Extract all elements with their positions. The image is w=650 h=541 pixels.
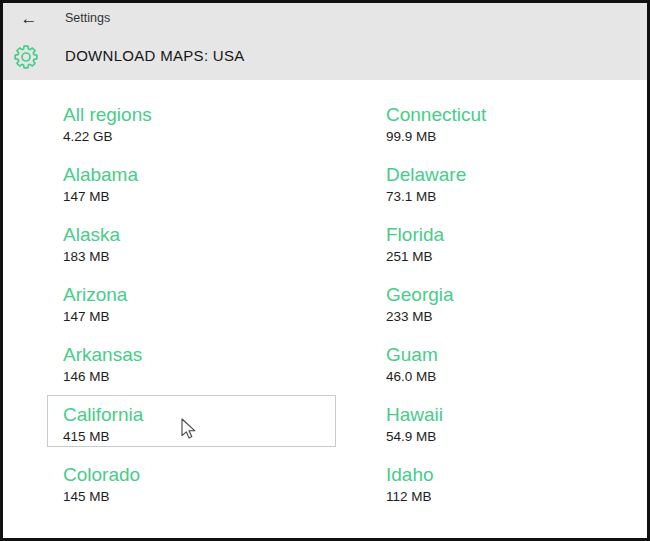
region-item-alaska[interactable]: Alaska 183 MB (63, 222, 386, 282)
settings-window: ← Settings DOWNLOAD MAPS: USA All region… (0, 0, 650, 541)
region-size: 183 MB (63, 247, 386, 266)
region-name: California (63, 402, 386, 427)
region-size: 145 MB (63, 487, 386, 506)
region-name: Arkansas (63, 342, 386, 367)
region-size: 251 MB (386, 247, 647, 266)
back-arrow-icon: ← (21, 9, 38, 29)
region-size: 73.1 MB (386, 187, 647, 206)
regions-grid: All regions 4.22 GB Connecticut 99.9 MB … (63, 102, 647, 522)
region-name: Florida (386, 222, 647, 247)
region-item-california[interactable]: California 415 MB (63, 402, 386, 462)
region-name: Alaska (63, 222, 386, 247)
region-name: Guam (386, 342, 647, 367)
region-item-idaho[interactable]: Idaho 112 MB (386, 462, 647, 522)
region-size: 233 MB (386, 307, 647, 326)
region-size: 46.0 MB (386, 367, 647, 386)
region-item-guam[interactable]: Guam 46.0 MB (386, 342, 647, 402)
region-name: Colorado (63, 462, 386, 487)
region-size: 4.22 GB (63, 127, 386, 146)
back-button[interactable]: ← (15, 5, 43, 33)
region-name: Alabama (63, 162, 386, 187)
gear-icon (14, 45, 38, 69)
page-title: DOWNLOAD MAPS: USA (65, 47, 245, 64)
page-header: DOWNLOAD MAPS: USA (3, 34, 647, 80)
region-item-arizona[interactable]: Arizona 147 MB (63, 282, 386, 342)
region-size: 147 MB (63, 187, 386, 206)
region-item-delaware[interactable]: Delaware 73.1 MB (386, 162, 647, 222)
window-title: Settings (65, 11, 110, 25)
region-item-florida[interactable]: Florida 251 MB (386, 222, 647, 282)
maps-download-list: All regions 4.22 GB Connecticut 99.9 MB … (3, 80, 647, 538)
titlebar: ← Settings (3, 3, 647, 34)
region-name: Georgia (386, 282, 647, 307)
region-item-georgia[interactable]: Georgia 233 MB (386, 282, 647, 342)
region-item-arkansas[interactable]: Arkansas 146 MB (63, 342, 386, 402)
region-name: Arizona (63, 282, 386, 307)
region-size: 99.9 MB (386, 127, 647, 146)
region-name: All regions (63, 102, 386, 127)
window-chrome: ← Settings DOWNLOAD MAPS: USA (3, 3, 647, 80)
region-item-hawaii[interactable]: Hawaii 54.9 MB (386, 402, 647, 462)
region-size: 146 MB (63, 367, 386, 386)
region-size: 112 MB (386, 487, 647, 506)
region-name: Delaware (386, 162, 647, 187)
region-size: 415 MB (63, 427, 386, 446)
region-item-alabama[interactable]: Alabama 147 MB (63, 162, 386, 222)
region-name: Hawaii (386, 402, 647, 427)
region-size: 147 MB (63, 307, 386, 326)
region-name: Idaho (386, 462, 647, 487)
region-item-all-regions[interactable]: All regions 4.22 GB (63, 102, 386, 162)
region-name: Connecticut (386, 102, 647, 127)
region-item-colorado[interactable]: Colorado 145 MB (63, 462, 386, 522)
region-item-connecticut[interactable]: Connecticut 99.9 MB (386, 102, 647, 162)
region-size: 54.9 MB (386, 427, 647, 446)
